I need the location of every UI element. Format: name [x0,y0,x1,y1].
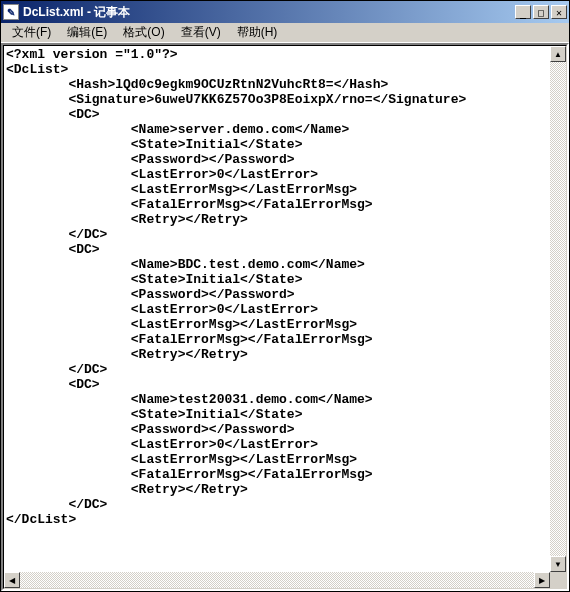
scroll-down-button[interactable]: ▼ [550,556,566,572]
maximize-button[interactable]: □ [533,5,549,19]
menu-file[interactable]: 文件(F) [5,22,58,43]
line: <State>Initial</State> [6,137,302,152]
menu-format[interactable]: 格式(O) [116,22,171,43]
line: <Name>server.demo.com</Name> [6,122,349,137]
line: <DC> [6,377,100,392]
line: <Retry></Retry> [6,347,248,362]
line: <Name>BDC.test.demo.com</Name> [6,257,365,272]
menubar: 文件(F) 编辑(E) 格式(O) 查看(V) 帮助(H) [1,23,569,43]
window-title: DcList.xml - 记事本 [23,4,515,21]
menu-view[interactable]: 查看(V) [174,22,228,43]
line: <Retry></Retry> [6,482,248,497]
scroll-right-button[interactable]: ▶ [534,572,550,588]
minimize-button[interactable]: _ [515,5,531,19]
titlebar: ✎ DcList.xml - 记事本 _ □ ✕ [1,1,569,23]
line: <Password></Password> [6,422,295,437]
scrollbar-corner [550,572,566,588]
vertical-scrollbar[interactable]: ▲ ▼ [550,46,566,572]
line: </DcList> [6,512,76,527]
content-frame: <?xml version ="1.0"?> <DcList> <Hash>lQ… [1,43,569,591]
content-inner: <?xml version ="1.0"?> <DcList> <Hash>lQ… [3,45,567,589]
line: <LastErrorMsg></LastErrorMsg> [6,317,357,332]
scroll-left-button[interactable]: ◀ [4,572,20,588]
line: <DcList> [6,62,68,77]
horizontal-scrollbar[interactable]: ◀ ▶ [4,572,550,588]
notepad-icon: ✎ [3,4,19,20]
line: <DC> [6,107,100,122]
line: <Retry></Retry> [6,212,248,227]
line: <State>Initial</State> [6,407,302,422]
menu-help[interactable]: 帮助(H) [230,22,285,43]
line: <LastErrorMsg></LastErrorMsg> [6,452,357,467]
line: <DC> [6,242,100,257]
line: <Hash>lQd0c9egkm9OCUzRtnN2VuhcRt8=</Hash… [6,77,388,92]
line: <FatalErrorMsg></FatalErrorMsg> [6,332,373,347]
line: <Signature>6uweU7KK6Z57Oo3P8EoixpX/rno=<… [6,92,466,107]
scroll-track-vertical[interactable] [550,62,566,556]
line: <Name>test20031.demo.com</Name> [6,392,373,407]
line: <Password></Password> [6,152,295,167]
line: <FatalErrorMsg></FatalErrorMsg> [6,197,373,212]
line: <Password></Password> [6,287,295,302]
line: <LastErrorMsg></LastErrorMsg> [6,182,357,197]
menu-edit[interactable]: 编辑(E) [60,22,114,43]
scroll-up-button[interactable]: ▲ [550,46,566,62]
line: <State>Initial</State> [6,272,302,287]
line: <FatalErrorMsg></FatalErrorMsg> [6,467,373,482]
line: </DC> [6,227,107,242]
line: <LastError>0</LastError> [6,302,318,317]
line: <LastError>0</LastError> [6,167,318,182]
line: </DC> [6,497,107,512]
line: <?xml version ="1.0"?> [6,47,178,62]
window-controls: _ □ ✕ [515,5,567,19]
text-area[interactable]: <?xml version ="1.0"?> <DcList> <Hash>lQ… [4,46,550,572]
close-button[interactable]: ✕ [551,5,567,19]
line: </DC> [6,362,107,377]
line: <LastError>0</LastError> [6,437,318,452]
scroll-track-horizontal[interactable] [20,572,534,588]
